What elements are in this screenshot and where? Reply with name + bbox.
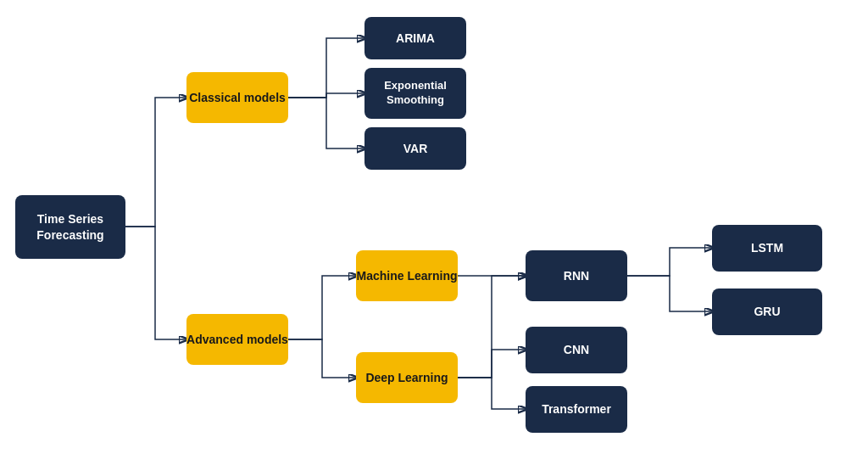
arima-node: ARIMA (364, 17, 466, 59)
diagram: Time Series Forecasting Classical models… (0, 0, 868, 465)
var-node: VAR (364, 127, 466, 170)
cnn-node: CNN (526, 327, 627, 373)
tsf-node: Time Series Forecasting (15, 195, 125, 259)
rnn-node: RNN (526, 250, 627, 301)
advanced-models-node: Advanced models (186, 314, 288, 365)
dl-node: Deep Learning (356, 352, 458, 403)
classical-models-node: Classical models (186, 72, 288, 123)
lstm-node: LSTM (712, 225, 822, 272)
ml-node: Machine Learning (356, 250, 458, 301)
exp-smoothing-node: Exponential Smoothing (364, 68, 466, 119)
gru-node: GRU (712, 289, 822, 335)
transformer-node: Transformer (526, 386, 627, 433)
